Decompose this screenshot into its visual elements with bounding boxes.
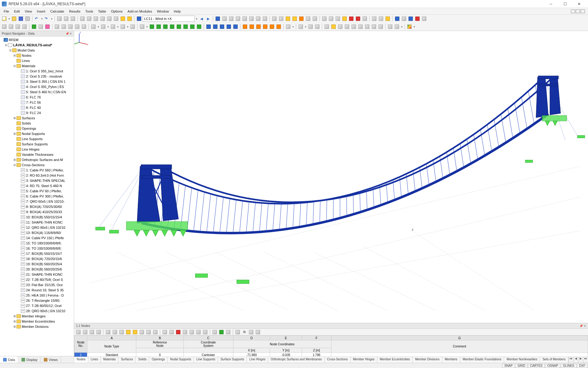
dpt-13[interactable] (162, 329, 168, 335)
tb2-m5[interactable] (232, 24, 239, 30)
tb2-q6[interactable] (357, 24, 364, 30)
dpt-16[interactable] (182, 329, 188, 335)
menu-insert[interactable]: Insert (34, 9, 48, 14)
dpt-4[interactable] (96, 329, 102, 335)
tb2-q9[interactable] (378, 24, 384, 30)
cell-ref-node[interactable]: 0 (136, 353, 183, 357)
open-button[interactable] (11, 16, 17, 22)
data-tab[interactable]: Lines (88, 357, 101, 363)
tabs-scroll-prev[interactable]: ◀ (573, 357, 578, 363)
paste-button[interactable] (70, 16, 76, 22)
dpt-fx[interactable]: fx (241, 329, 247, 335)
tree-nodes[interactable]: ⊞Nodes (0, 53, 74, 58)
data-tab[interactable]: Member Divisions (413, 357, 442, 363)
tree-var-thick[interactable]: Variable Thicknesses (0, 152, 74, 157)
tabs-scroll-last[interactable]: ⏭ (583, 357, 588, 363)
menu-edit[interactable]: Edit (12, 9, 22, 14)
copy-button[interactable] (63, 16, 69, 22)
tree-surface-supports[interactable]: Surface Supports (0, 141, 74, 147)
tree-material-item[interactable]: 4: Ocel S 355_Pylon | ĚS (0, 84, 74, 89)
dpt-11[interactable] (145, 329, 152, 335)
dpt-19[interactable] (202, 329, 208, 335)
tb2-n4[interactable] (262, 24, 268, 30)
tb-j3[interactable] (408, 16, 414, 22)
tb2-i[interactable] (120, 24, 126, 30)
tb2-r1[interactable] (387, 24, 393, 30)
cell-x[interactable]: -71.980 (233, 353, 270, 357)
tree-model-data[interactable]: ⊟Model Data (0, 48, 74, 53)
tree-line-supports[interactable]: Line Supports (0, 136, 74, 141)
data-tab[interactable]: Nodes (74, 357, 88, 363)
tb2-q8[interactable] (371, 24, 377, 30)
tb-pan[interactable] (106, 16, 112, 22)
tb2-a[interactable] (54, 24, 60, 30)
tb2-o-drop[interactable]: ▼ (292, 26, 294, 28)
tree-openings[interactable]: Openings (0, 126, 74, 131)
tree-member-hinges[interactable]: ⊞Member Hinges (0, 313, 74, 319)
tb2-m3[interactable] (219, 24, 225, 30)
tree-cross-section-item[interactable]: 25: HEA 160 | Ferona - D (0, 293, 74, 298)
loadcase-combo[interactable]: LC11 - Wind in +X (143, 16, 195, 22)
window-maximize-button[interactable]: ☐ (558, 0, 572, 8)
save-button[interactable] (18, 16, 24, 22)
tree-material-item[interactable]: 8: FLC 40 (0, 105, 74, 110)
tree-cross-section-item[interactable]: 2: RO 60.3x4.0 (Hot Forn (0, 173, 74, 178)
tb-results[interactable] (221, 16, 228, 22)
tb2-member[interactable] (15, 24, 21, 30)
status-osnap[interactable]: OSNAP (545, 364, 560, 368)
tb2-q7[interactable] (364, 24, 370, 30)
status-cartes[interactable]: CARTES (528, 364, 545, 368)
tree-cross-section-item[interactable]: 28: QRO 80x5 | EN 10210 (0, 308, 74, 313)
tb2-node[interactable] (1, 24, 7, 30)
tb2-s[interactable] (406, 24, 413, 30)
tb-i2[interactable] (378, 16, 384, 22)
tb2-j[interactable] (130, 24, 136, 30)
data-tab[interactable]: Cross-Sections (325, 357, 351, 363)
tb2-p1[interactable] (298, 24, 304, 30)
cell-z[interactable]: 1.786 (302, 353, 331, 357)
tree-material-item[interactable]: 1: Ocel S 355_bez_hmot (0, 68, 74, 74)
dpt-excel[interactable] (218, 329, 224, 335)
tree-cross-section-item[interactable]: 6: Cable PV 300 | Pfeifer, (0, 194, 74, 199)
new-dropdown[interactable]: ▼ (8, 18, 10, 20)
data-tab[interactable]: Line Hinges (247, 357, 268, 363)
dpt-17[interactable] (189, 329, 195, 335)
tb2-l3[interactable] (162, 24, 168, 30)
tree-cross-section-item[interactable]: 19: BOX(B) 560/20/25/4 (0, 261, 74, 266)
tb2-q5[interactable] (351, 24, 357, 30)
lc-next-button[interactable]: ▶ (205, 16, 211, 22)
dpt-6[interactable] (112, 329, 118, 335)
tree-material-item[interactable]: 3: Steel S 355 | CSN EN 1 (0, 79, 74, 84)
tb-find[interactable] (79, 16, 85, 22)
menu-calculate[interactable]: Calculate (48, 9, 67, 14)
tree-cross-section-item[interactable]: 16: TO 100/100/8/8/8/8; (0, 246, 74, 251)
cut-button[interactable] (56, 16, 62, 22)
tree-cross-section-item[interactable]: 22: T-2B 80/75/8; Ocel S (0, 277, 74, 282)
menu-help[interactable]: Help (172, 9, 183, 14)
dpt-18[interactable] (195, 329, 202, 335)
tb2-p1d[interactable]: ▼ (304, 26, 307, 28)
menu-tools[interactable]: Tools (83, 9, 96, 14)
tb2-sd[interactable]: ▼ (413, 26, 416, 28)
tb2-r2[interactable] (394, 24, 400, 30)
dpt-1[interactable] (75, 329, 81, 335)
tree-material-item[interactable]: 6: FLC 76 (0, 94, 74, 100)
tree-cross-section-item[interactable]: 27: T-2B 80/55/12; Ocel (0, 303, 74, 308)
tree-cross-section-item[interactable]: 13: BOX(A) 116/8/8/80/ (0, 230, 74, 235)
tb-orbit[interactable] (113, 16, 119, 22)
new-button[interactable] (1, 16, 7, 22)
tb2-b[interactable] (61, 24, 67, 30)
tb2-n3[interactable] (255, 24, 262, 30)
tb2-g-drop[interactable]: ▼ (107, 26, 109, 28)
undo-button[interactable]: ↶ (34, 16, 40, 22)
tree-materials[interactable]: ⊟Materials (0, 63, 74, 68)
data-tab[interactable]: Surface Supports (218, 357, 247, 363)
tb2-l4[interactable] (169, 24, 175, 30)
tb2-q1[interactable] (324, 24, 330, 30)
cell-y[interactable]: -0.035 (270, 353, 302, 357)
tb-cog[interactable] (292, 16, 298, 22)
tb2-l7[interactable] (189, 24, 195, 30)
dpt-20[interactable] (212, 329, 218, 335)
tb-select[interactable] (86, 16, 92, 22)
dpt-23[interactable] (235, 329, 241, 335)
